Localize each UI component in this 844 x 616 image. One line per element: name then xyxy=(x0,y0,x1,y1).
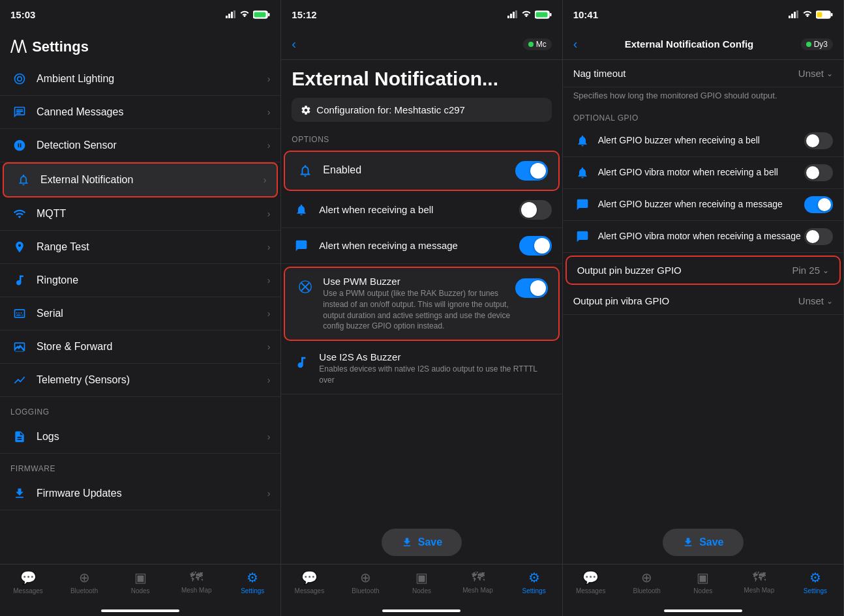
gpio-msg-icon-2 xyxy=(573,227,592,246)
gpio-buzzer-bell-toggle[interactable] xyxy=(804,132,833,149)
gpio-msg-icon-1 xyxy=(573,196,592,214)
wifi-icon-3 xyxy=(802,10,813,18)
ringtone-label: Ringtone xyxy=(37,274,267,286)
detection-icon xyxy=(10,136,29,154)
pwm-text: Use PWM Buzzer Use a PWM output (like th… xyxy=(323,276,515,332)
svg-rect-21 xyxy=(817,12,822,17)
gpio-vibra-bell-toggle[interactable] xyxy=(804,164,833,181)
alert-bell-toggle[interactable] xyxy=(519,200,552,220)
bluetooth-icon-1: ⊕ xyxy=(79,570,90,585)
gpio-vibra-bell-row: Alert GPIO vibra motor when receiving a … xyxy=(563,157,843,189)
panel-settings-menu: 15:03 /\/\ Settings Ambient Lighting › xyxy=(0,0,281,616)
svg-rect-0 xyxy=(226,16,228,18)
tab-settings-3[interactable]: ⚙ Settings xyxy=(787,570,843,594)
settings-icon-2: ⚙ xyxy=(528,570,540,585)
gpio-buzzer-bell-label: Alert GPIO buzzer when receiving a bell xyxy=(598,134,804,147)
output-pin-vibra-label: Output pin vibra GPIO xyxy=(573,295,798,306)
save-label-2: Save xyxy=(418,536,442,548)
top-nav-3: ‹ External Notification Config Dy3 xyxy=(563,29,843,60)
back-button-2[interactable]: ‹ xyxy=(292,37,296,51)
menu-item-ambient[interactable]: Ambient Lighting › xyxy=(0,63,280,96)
messages-label-1: Messages xyxy=(13,587,43,594)
range-icon xyxy=(10,238,29,256)
pwm-desc: Use a PWM output (like the RAK Buzzer) f… xyxy=(323,288,515,332)
tab-settings-2[interactable]: ⚙ Settings xyxy=(506,570,562,594)
messages-icon-2: 💬 xyxy=(301,570,318,585)
tab-meshmap-3[interactable]: 🗺 Mesh Map xyxy=(731,570,787,594)
node-badge-2: Mc xyxy=(523,38,552,50)
menu-item-logs[interactable]: Logs › xyxy=(0,420,280,454)
save-button-2[interactable]: Save xyxy=(382,529,462,556)
alert-msg-toggle[interactable] xyxy=(519,236,552,256)
enabled-toggle[interactable] xyxy=(515,161,548,181)
tab-nodes-1[interactable]: ▣ Nodes xyxy=(112,570,168,594)
menu-item-serial[interactable]: Serial › xyxy=(0,297,280,330)
save-icon-3 xyxy=(682,536,694,548)
menu-item-ringtone[interactable]: Ringtone › xyxy=(0,264,280,297)
tab-bluetooth-2[interactable]: ⊕ Bluetooth xyxy=(337,570,393,594)
tab-settings-1[interactable]: ⚙ Settings xyxy=(224,570,280,594)
svg-rect-1 xyxy=(228,14,230,18)
menu-item-telemetry[interactable]: Telemetry (Sensors) › xyxy=(0,364,280,397)
output-pin-vibra-value[interactable]: Unset ⌄ xyxy=(798,295,833,306)
mqtt-icon xyxy=(10,205,29,223)
menu-item-external[interactable]: External Notification › xyxy=(3,162,278,198)
dot-3 xyxy=(806,42,811,47)
nodes-label-3: Nodes xyxy=(693,587,712,594)
gpio-buzzer-msg-row: Alert GPIO buzzer when receiving a messa… xyxy=(563,189,843,221)
nodes-label-1: Nodes xyxy=(131,587,150,594)
firmware-icon xyxy=(10,484,29,503)
gpio-bell-icon-1 xyxy=(573,132,592,150)
output-pin-vibra-row: Output pin vibra GPIO Unset ⌄ xyxy=(563,287,843,315)
nodes-icon-1: ▣ xyxy=(134,570,147,585)
gpio-vibra-bell-label: Alert GPIO vibra motor when receiving a … xyxy=(598,166,804,179)
menu-item-range[interactable]: Range Test › xyxy=(0,231,280,264)
menu-item-canned[interactable]: Canned Messages › xyxy=(0,96,280,129)
tab-messages-1[interactable]: 💬 Messages xyxy=(0,570,56,594)
nodes-icon-3: ▣ xyxy=(697,570,709,585)
tab-bluetooth-3[interactable]: ⊕ Bluetooth xyxy=(619,570,675,594)
tab-meshmap-1[interactable]: 🗺 Mesh Map xyxy=(168,570,224,594)
svg-rect-17 xyxy=(794,12,796,18)
i2s-title: Use I2S As Buzzer xyxy=(319,351,551,362)
tab-nodes-2[interactable]: ▣ Nodes xyxy=(393,570,449,594)
svg-rect-15 xyxy=(789,16,791,18)
svg-rect-10 xyxy=(515,10,517,18)
logs-label: Logs xyxy=(37,431,267,443)
status-bar-1: 15:03 xyxy=(0,0,280,29)
tab-messages-3[interactable]: 💬 Messages xyxy=(563,570,619,594)
nodes-label-2: Nodes xyxy=(412,587,431,594)
tab-nodes-3[interactable]: ▣ Nodes xyxy=(675,570,731,594)
tab-meshmap-2[interactable]: 🗺 Mesh Map xyxy=(450,570,506,594)
options-label: OPTIONS xyxy=(281,130,562,148)
tab-messages-2[interactable]: 💬 Messages xyxy=(281,570,337,594)
bluetooth-label-1: Bluetooth xyxy=(70,587,98,594)
mqtt-chevron: › xyxy=(267,209,271,219)
range-chevron: › xyxy=(267,242,271,252)
badge-label-3: Dy3 xyxy=(814,40,828,49)
settings-label-1: Settings xyxy=(241,587,264,594)
menu-item-detection[interactable]: Detection Sensor › xyxy=(0,129,280,162)
output-pin-buzzer-value[interactable]: Pin 25 ⌄ xyxy=(792,265,829,276)
gpio-vibra-msg-toggle[interactable] xyxy=(804,228,833,245)
nag-timeout-value[interactable]: Unset ⌄ xyxy=(798,68,833,79)
pwm-icon xyxy=(295,277,315,297)
save-button-3[interactable]: Save xyxy=(663,529,743,556)
logs-chevron: › xyxy=(267,432,271,442)
svg-rect-7 xyxy=(507,16,509,18)
i2s-icon xyxy=(292,353,311,372)
tab-bluetooth-1[interactable]: ⊕ Bluetooth xyxy=(56,570,112,594)
back-button-3[interactable]: ‹ xyxy=(573,37,578,51)
menu-item-mqtt[interactable]: MQTT › xyxy=(0,198,280,231)
menu-item-firmware[interactable]: Firmware Updates › xyxy=(0,477,280,510)
svg-rect-12 xyxy=(550,13,552,16)
detection-chevron: › xyxy=(267,140,271,151)
panel3-title: External Notification Config xyxy=(582,38,795,50)
logs-icon xyxy=(10,428,29,446)
pwm-toggle[interactable] xyxy=(515,278,548,298)
ambient-label: Ambient Lighting xyxy=(37,73,267,85)
messages-icon-3: 💬 xyxy=(582,570,599,585)
gpio-buzzer-msg-toggle[interactable] xyxy=(804,196,833,213)
panel-gpio-config: 10:41 ‹ External Notification Config Dy3… xyxy=(563,0,844,616)
menu-item-store[interactable]: Store & Forward › xyxy=(0,330,280,364)
